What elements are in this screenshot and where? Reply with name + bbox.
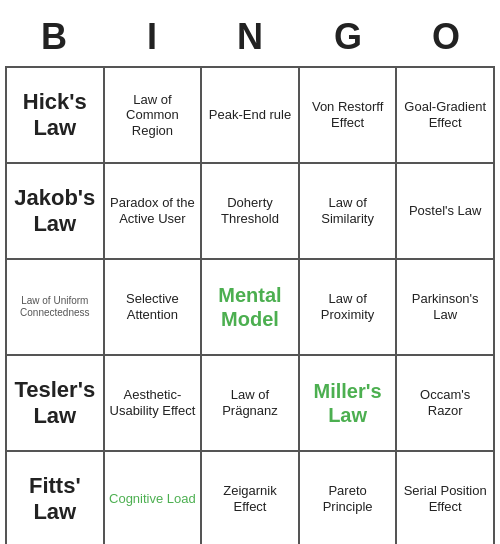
cell-24[interactable]: Serial Position Effect bbox=[397, 452, 495, 544]
cell-21[interactable]: Cognitive Load bbox=[105, 452, 203, 544]
cell-0[interactable]: Hick's Law bbox=[7, 68, 105, 164]
header-n: N bbox=[201, 10, 299, 64]
cell-15[interactable]: Tesler's Law bbox=[7, 356, 105, 452]
cell-19[interactable]: Occam's Razor bbox=[397, 356, 495, 452]
cell-7[interactable]: Doherty Threshold bbox=[202, 164, 300, 260]
bingo-header: B I N G O bbox=[5, 10, 495, 64]
cell-2[interactable]: Peak-End rule bbox=[202, 68, 300, 164]
cell-20[interactable]: Fitts' Law bbox=[7, 452, 105, 544]
cell-17[interactable]: Law of Prägnanz bbox=[202, 356, 300, 452]
cell-12[interactable]: Mental Model bbox=[202, 260, 300, 356]
cell-18[interactable]: Miller's Law bbox=[300, 356, 398, 452]
cell-3[interactable]: Von Restorff Effect bbox=[300, 68, 398, 164]
cell-22[interactable]: Zeigarnik Effect bbox=[202, 452, 300, 544]
bingo-grid: Hick's Law Law of Common Region Peak-End… bbox=[5, 66, 495, 544]
header-g: G bbox=[299, 10, 397, 64]
cell-11[interactable]: Selective Attention bbox=[105, 260, 203, 356]
cell-4[interactable]: Goal-Gradient Effect bbox=[397, 68, 495, 164]
header-o: O bbox=[397, 10, 495, 64]
cell-5[interactable]: Jakob's Law bbox=[7, 164, 105, 260]
cell-16[interactable]: Aesthetic-Usability Effect bbox=[105, 356, 203, 452]
header-i: I bbox=[103, 10, 201, 64]
cell-9[interactable]: Postel's Law bbox=[397, 164, 495, 260]
bingo-container: B I N G O Hick's Law Law of Common Regio… bbox=[5, 10, 495, 544]
cell-1[interactable]: Law of Common Region bbox=[105, 68, 203, 164]
cell-8[interactable]: Law of Similarity bbox=[300, 164, 398, 260]
cell-13[interactable]: Law of Proximity bbox=[300, 260, 398, 356]
cell-23[interactable]: Pareto Principle bbox=[300, 452, 398, 544]
header-b: B bbox=[5, 10, 103, 64]
cell-14[interactable]: Parkinson's Law bbox=[397, 260, 495, 356]
cell-10[interactable]: Law of Uniform Connectedness bbox=[7, 260, 105, 356]
cell-6[interactable]: Paradox of the Active User bbox=[105, 164, 203, 260]
